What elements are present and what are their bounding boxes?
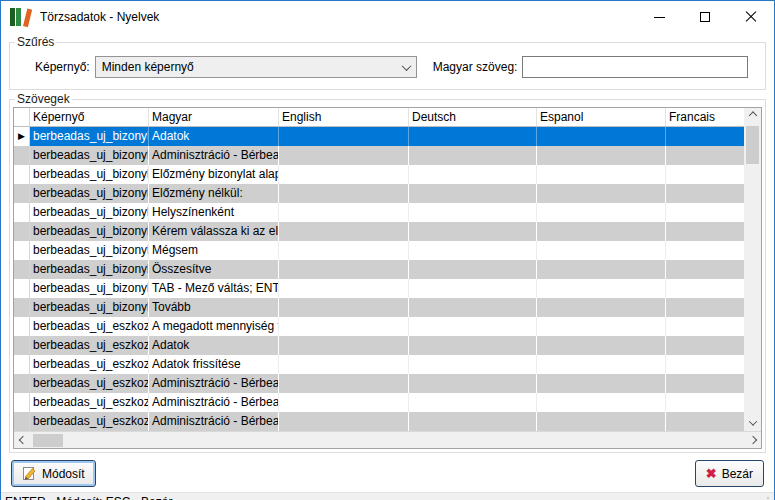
table-cell: berbeadas_uj_bizonylat_g	[30, 165, 149, 184]
table-cell	[666, 127, 744, 146]
table-row[interactable]: berbeadas_uj_eszkozFormA megadott mennyi…	[14, 317, 744, 336]
table-cell	[537, 184, 666, 203]
maximize-button[interactable]	[682, 1, 728, 33]
table-cell	[537, 165, 666, 184]
minimize-icon	[654, 17, 665, 18]
table-cell	[537, 317, 666, 336]
table-cell	[279, 241, 409, 260]
horizontal-scrollbar[interactable]	[14, 431, 761, 448]
table-cell	[409, 336, 537, 355]
scroll-down-button[interactable]	[744, 414, 761, 431]
table-row[interactable]: berbeadas_uj_bizonylat_gElőzmény nélkül:	[14, 184, 744, 203]
row-indicator-icon: ▶	[18, 132, 25, 141]
table-row[interactable]: berbeadas_uj_bizonylat_gKérem válassza k…	[14, 222, 744, 241]
table-cell	[279, 222, 409, 241]
table-cell	[409, 355, 537, 374]
table-cell	[279, 279, 409, 298]
table-cell: berbeadas_uj_bizonylat_g	[30, 260, 149, 279]
scroll-up-button[interactable]	[744, 108, 761, 125]
modosit-button[interactable]: Módosít	[11, 460, 96, 487]
dialog-torzsadatok-nyelvek: Törzsadatok - Nyelvek Szűrés Képernyő: M…	[0, 0, 775, 500]
table-cell	[537, 355, 666, 374]
table-cell	[409, 317, 537, 336]
scroll-left-button[interactable]	[14, 432, 31, 449]
table-cell: Kérem válassza ki az előzm	[149, 222, 279, 241]
row-gutter-cell	[14, 317, 30, 336]
column-header-francais[interactable]: Francais	[666, 108, 744, 126]
row-gutter-cell	[14, 412, 30, 431]
table-row[interactable]: berbeadas_uj_bizonylat_gMégsem	[14, 241, 744, 260]
close-window-button[interactable]	[728, 1, 774, 33]
table-cell	[409, 279, 537, 298]
texts-group-label: Szövegek	[15, 92, 72, 106]
row-gutter-cell	[14, 222, 30, 241]
table-cell	[279, 298, 409, 317]
horizontal-scrollbar-thumb[interactable]	[33, 434, 63, 447]
dialog-body: Szűrés Képernyő: Minden képernyő Magyar …	[1, 33, 774, 492]
table-cell	[666, 241, 744, 260]
chevron-down-icon	[401, 61, 411, 71]
table-row[interactable]: berbeadas_uj_bizonylat_gHelyszínenként	[14, 203, 744, 222]
table-row[interactable]: berbeadas_uj_bizonylat_gTovább	[14, 298, 744, 317]
table-cell	[537, 336, 666, 355]
table-cell	[666, 146, 744, 165]
table-cell	[279, 146, 409, 165]
table-row[interactable]: berbeadas_uj_eszkozFormAdminisztráció - …	[14, 412, 744, 431]
table-row[interactable]: berbeadas_uj_bizonylat_gElőzmény bizonyl…	[14, 165, 744, 184]
table-row[interactable]: berbeadas_uj_eszkozFormAdminisztráció - …	[14, 393, 744, 412]
table-cell	[537, 374, 666, 393]
table-cell	[666, 393, 744, 412]
bezar-button-label: Bezár	[722, 467, 753, 481]
column-header-espanol[interactable]: Espanol	[537, 108, 666, 126]
button-row: Módosít ✖ Bezár	[11, 460, 764, 487]
table-cell	[409, 412, 537, 431]
screen-combobox[interactable]: Minden képernyő	[95, 56, 417, 78]
table-cell: Adminisztráció - Bérbeadás	[149, 146, 279, 165]
title-bar: Törzsadatok - Nyelvek	[1, 1, 774, 33]
table-cell	[409, 260, 537, 279]
table-cell	[537, 298, 666, 317]
table-cell	[409, 146, 537, 165]
row-gutter-cell	[14, 241, 30, 260]
bezar-button[interactable]: ✖ Bezár	[695, 460, 764, 487]
chevron-down-icon	[748, 417, 756, 425]
table-cell: Helyszínenként	[149, 203, 279, 222]
row-gutter-cell	[14, 355, 30, 374]
row-gutter-cell	[14, 279, 30, 298]
table-cell: TAB - Mező váltás; ENTER	[149, 279, 279, 298]
table-cell	[279, 165, 409, 184]
magyar-szoveg-input[interactable]	[522, 56, 748, 78]
table-cell	[279, 336, 409, 355]
table-row[interactable]: berbeadas_uj_bizonylat_gÖsszesítve	[14, 260, 744, 279]
table-cell: berbeadas_uj_bizonylat_g	[30, 127, 149, 146]
table-cell	[409, 241, 537, 260]
header-gutter-cell	[14, 108, 30, 126]
table-cell: berbeadas_uj_bizonylat_g	[30, 184, 149, 203]
column-header-magyar[interactable]: Magyar	[149, 108, 279, 126]
vertical-scrollbar-thumb[interactable]	[746, 126, 759, 164]
table-cell: Előzmény nélkül:	[149, 184, 279, 203]
table-cell	[279, 127, 409, 146]
table-row[interactable]: berbeadas_uj_eszkozFormAdminisztráció - …	[14, 374, 744, 393]
column-header-english[interactable]: English	[279, 108, 409, 126]
column-header-képernyő[interactable]: Képernyő	[30, 108, 149, 126]
table-cell: Tovább	[149, 298, 279, 317]
table-row[interactable]: berbeadas_uj_eszkozFormAdatok frissítése	[14, 355, 744, 374]
minimize-button[interactable]	[636, 1, 682, 33]
table-cell	[409, 127, 537, 146]
table-row[interactable]: berbeadas_uj_eszkozFormAdatok	[14, 336, 744, 355]
magyar-szoveg-label: Magyar szöveg:	[433, 60, 518, 74]
column-header-deutsch[interactable]: Deutsch	[409, 108, 537, 126]
table-row[interactable]: ▶berbeadas_uj_bizonylat_gAdatok	[14, 127, 744, 146]
table-row[interactable]: berbeadas_uj_bizonylat_gTAB - Mező váltá…	[14, 279, 744, 298]
table-row[interactable]: berbeadas_uj_bizonylat_gAdminisztráció -…	[14, 146, 744, 165]
table-cell: berbeadas_uj_bizonylat_g	[30, 241, 149, 260]
table-cell	[279, 393, 409, 412]
table-header-row: KépernyőMagyarEnglishDeutschEspanolFranc…	[14, 108, 744, 127]
table-cell	[409, 222, 537, 241]
vertical-scrollbar[interactable]	[744, 108, 761, 431]
scroll-right-button[interactable]	[744, 432, 761, 449]
table-cell	[666, 298, 744, 317]
screen-label: Képernyő:	[35, 60, 90, 74]
row-gutter-cell	[14, 165, 30, 184]
